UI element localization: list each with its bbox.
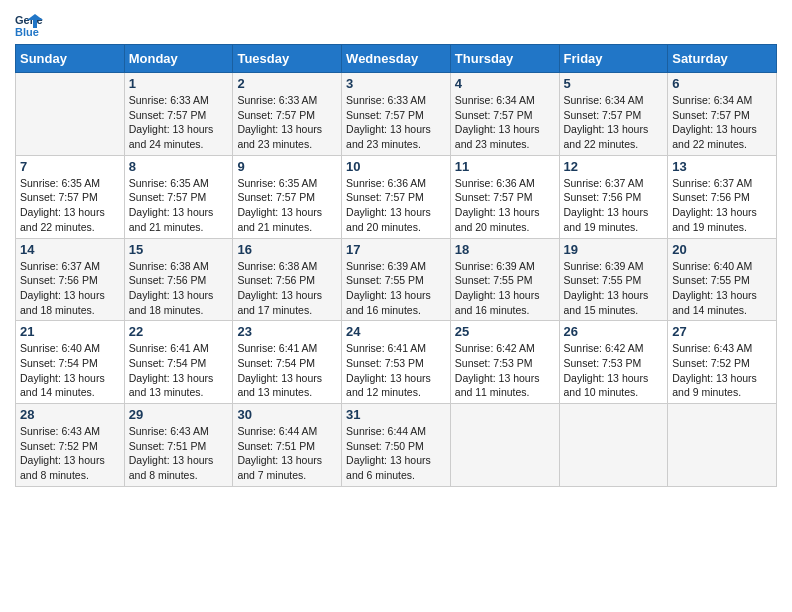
day-number: 28: [20, 407, 120, 422]
day-number: 21: [20, 324, 120, 339]
calendar-cell: 11Sunrise: 6:36 AM Sunset: 7:57 PM Dayli…: [450, 155, 559, 238]
day-number: 25: [455, 324, 555, 339]
day-number: 1: [129, 76, 229, 91]
calendar-cell: 7Sunrise: 6:35 AM Sunset: 7:57 PM Daylig…: [16, 155, 125, 238]
week-row-1: 7Sunrise: 6:35 AM Sunset: 7:57 PM Daylig…: [16, 155, 777, 238]
day-number: 17: [346, 242, 446, 257]
calendar-cell: [559, 404, 668, 487]
day-number: 5: [564, 76, 664, 91]
day-content: Sunrise: 6:37 AM Sunset: 7:56 PM Dayligh…: [672, 176, 772, 235]
day-number: 26: [564, 324, 664, 339]
calendar-cell: [16, 73, 125, 156]
calendar-cell: 23Sunrise: 6:41 AM Sunset: 7:54 PM Dayli…: [233, 321, 342, 404]
day-content: Sunrise: 6:34 AM Sunset: 7:57 PM Dayligh…: [564, 93, 664, 152]
logo: General Blue: [15, 10, 47, 38]
calendar-cell: 27Sunrise: 6:43 AM Sunset: 7:52 PM Dayli…: [668, 321, 777, 404]
calendar-cell: 19Sunrise: 6:39 AM Sunset: 7:55 PM Dayli…: [559, 238, 668, 321]
day-content: Sunrise: 6:43 AM Sunset: 7:52 PM Dayligh…: [672, 341, 772, 400]
day-content: Sunrise: 6:43 AM Sunset: 7:52 PM Dayligh…: [20, 424, 120, 483]
week-row-2: 14Sunrise: 6:37 AM Sunset: 7:56 PM Dayli…: [16, 238, 777, 321]
calendar-cell: 16Sunrise: 6:38 AM Sunset: 7:56 PM Dayli…: [233, 238, 342, 321]
week-row-4: 28Sunrise: 6:43 AM Sunset: 7:52 PM Dayli…: [16, 404, 777, 487]
day-number: 20: [672, 242, 772, 257]
logo-icon: General Blue: [15, 10, 43, 38]
calendar-cell: 30Sunrise: 6:44 AM Sunset: 7:51 PM Dayli…: [233, 404, 342, 487]
header-wednesday: Wednesday: [342, 45, 451, 73]
day-content: Sunrise: 6:39 AM Sunset: 7:55 PM Dayligh…: [346, 259, 446, 318]
calendar-cell: 15Sunrise: 6:38 AM Sunset: 7:56 PM Dayli…: [124, 238, 233, 321]
calendar-cell: 12Sunrise: 6:37 AM Sunset: 7:56 PM Dayli…: [559, 155, 668, 238]
calendar-cell: 1Sunrise: 6:33 AM Sunset: 7:57 PM Daylig…: [124, 73, 233, 156]
calendar-cell: 4Sunrise: 6:34 AM Sunset: 7:57 PM Daylig…: [450, 73, 559, 156]
header-sunday: Sunday: [16, 45, 125, 73]
day-content: Sunrise: 6:35 AM Sunset: 7:57 PM Dayligh…: [20, 176, 120, 235]
header-saturday: Saturday: [668, 45, 777, 73]
day-number: 13: [672, 159, 772, 174]
calendar-cell: 31Sunrise: 6:44 AM Sunset: 7:50 PM Dayli…: [342, 404, 451, 487]
day-number: 15: [129, 242, 229, 257]
day-number: 8: [129, 159, 229, 174]
calendar-header-row: SundayMondayTuesdayWednesdayThursdayFrid…: [16, 45, 777, 73]
day-content: Sunrise: 6:41 AM Sunset: 7:53 PM Dayligh…: [346, 341, 446, 400]
day-content: Sunrise: 6:33 AM Sunset: 7:57 PM Dayligh…: [129, 93, 229, 152]
calendar-cell: 25Sunrise: 6:42 AM Sunset: 7:53 PM Dayli…: [450, 321, 559, 404]
header-thursday: Thursday: [450, 45, 559, 73]
day-content: Sunrise: 6:41 AM Sunset: 7:54 PM Dayligh…: [129, 341, 229, 400]
day-content: Sunrise: 6:40 AM Sunset: 7:55 PM Dayligh…: [672, 259, 772, 318]
calendar-cell: 28Sunrise: 6:43 AM Sunset: 7:52 PM Dayli…: [16, 404, 125, 487]
calendar-cell: 8Sunrise: 6:35 AM Sunset: 7:57 PM Daylig…: [124, 155, 233, 238]
day-number: 7: [20, 159, 120, 174]
day-content: Sunrise: 6:41 AM Sunset: 7:54 PM Dayligh…: [237, 341, 337, 400]
day-number: 6: [672, 76, 772, 91]
calendar-cell: 21Sunrise: 6:40 AM Sunset: 7:54 PM Dayli…: [16, 321, 125, 404]
calendar-cell: 10Sunrise: 6:36 AM Sunset: 7:57 PM Dayli…: [342, 155, 451, 238]
day-number: 19: [564, 242, 664, 257]
day-number: 12: [564, 159, 664, 174]
day-content: Sunrise: 6:44 AM Sunset: 7:51 PM Dayligh…: [237, 424, 337, 483]
day-number: 10: [346, 159, 446, 174]
day-number: 14: [20, 242, 120, 257]
header-monday: Monday: [124, 45, 233, 73]
day-number: 9: [237, 159, 337, 174]
day-number: 3: [346, 76, 446, 91]
day-number: 2: [237, 76, 337, 91]
day-number: 27: [672, 324, 772, 339]
calendar-cell: 3Sunrise: 6:33 AM Sunset: 7:57 PM Daylig…: [342, 73, 451, 156]
day-number: 29: [129, 407, 229, 422]
day-content: Sunrise: 6:35 AM Sunset: 7:57 PM Dayligh…: [129, 176, 229, 235]
calendar-table: SundayMondayTuesdayWednesdayThursdayFrid…: [15, 44, 777, 487]
day-number: 24: [346, 324, 446, 339]
calendar-cell: 24Sunrise: 6:41 AM Sunset: 7:53 PM Dayli…: [342, 321, 451, 404]
day-number: 22: [129, 324, 229, 339]
day-number: 16: [237, 242, 337, 257]
day-number: 11: [455, 159, 555, 174]
calendar-cell: 13Sunrise: 6:37 AM Sunset: 7:56 PM Dayli…: [668, 155, 777, 238]
week-row-0: 1Sunrise: 6:33 AM Sunset: 7:57 PM Daylig…: [16, 73, 777, 156]
calendar-cell: 18Sunrise: 6:39 AM Sunset: 7:55 PM Dayli…: [450, 238, 559, 321]
calendar-cell: [668, 404, 777, 487]
calendar-cell: [450, 404, 559, 487]
day-content: Sunrise: 6:40 AM Sunset: 7:54 PM Dayligh…: [20, 341, 120, 400]
day-number: 18: [455, 242, 555, 257]
calendar-cell: 9Sunrise: 6:35 AM Sunset: 7:57 PM Daylig…: [233, 155, 342, 238]
day-content: Sunrise: 6:35 AM Sunset: 7:57 PM Dayligh…: [237, 176, 337, 235]
calendar-cell: 20Sunrise: 6:40 AM Sunset: 7:55 PM Dayli…: [668, 238, 777, 321]
calendar-cell: 29Sunrise: 6:43 AM Sunset: 7:51 PM Dayli…: [124, 404, 233, 487]
day-content: Sunrise: 6:43 AM Sunset: 7:51 PM Dayligh…: [129, 424, 229, 483]
day-content: Sunrise: 6:37 AM Sunset: 7:56 PM Dayligh…: [564, 176, 664, 235]
day-content: Sunrise: 6:42 AM Sunset: 7:53 PM Dayligh…: [455, 341, 555, 400]
calendar-cell: 14Sunrise: 6:37 AM Sunset: 7:56 PM Dayli…: [16, 238, 125, 321]
calendar-cell: 6Sunrise: 6:34 AM Sunset: 7:57 PM Daylig…: [668, 73, 777, 156]
day-content: Sunrise: 6:44 AM Sunset: 7:50 PM Dayligh…: [346, 424, 446, 483]
day-content: Sunrise: 6:34 AM Sunset: 7:57 PM Dayligh…: [672, 93, 772, 152]
header-friday: Friday: [559, 45, 668, 73]
day-content: Sunrise: 6:37 AM Sunset: 7:56 PM Dayligh…: [20, 259, 120, 318]
day-number: 31: [346, 407, 446, 422]
calendar-cell: 17Sunrise: 6:39 AM Sunset: 7:55 PM Dayli…: [342, 238, 451, 321]
day-content: Sunrise: 6:38 AM Sunset: 7:56 PM Dayligh…: [237, 259, 337, 318]
calendar-cell: 5Sunrise: 6:34 AM Sunset: 7:57 PM Daylig…: [559, 73, 668, 156]
day-content: Sunrise: 6:36 AM Sunset: 7:57 PM Dayligh…: [455, 176, 555, 235]
day-content: Sunrise: 6:34 AM Sunset: 7:57 PM Dayligh…: [455, 93, 555, 152]
day-content: Sunrise: 6:36 AM Sunset: 7:57 PM Dayligh…: [346, 176, 446, 235]
day-number: 4: [455, 76, 555, 91]
